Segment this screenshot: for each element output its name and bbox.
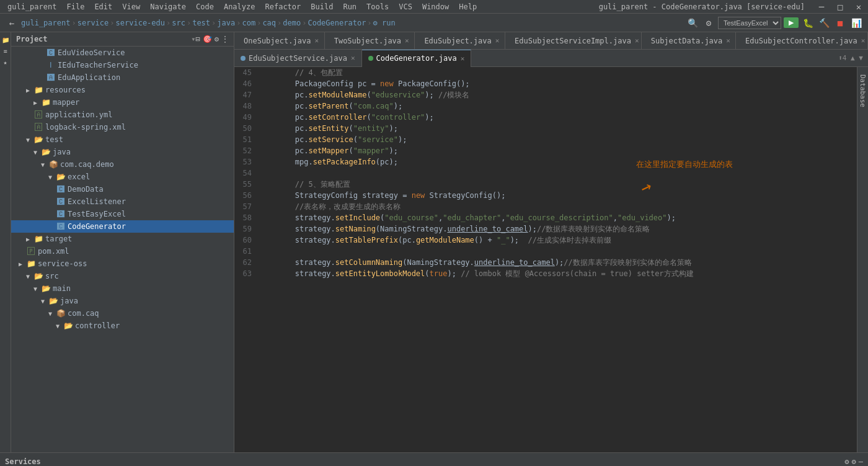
breadcrumb-codegen[interactable]: CodeGenerator bbox=[308, 19, 366, 27]
breadcrumb-test[interactable]: test bbox=[192, 19, 210, 27]
code-line: 60 strategy.setTablePrefix(pc.getModuleN… bbox=[234, 235, 857, 246]
services-settings-icon[interactable]: ⚙ bbox=[844, 457, 849, 466]
tree-item[interactable]: 🅲 ExcelListener bbox=[11, 195, 234, 208]
menu-analyze[interactable]: Analyze bbox=[219, 1, 260, 12]
folder-icon: 📂 bbox=[33, 272, 43, 280]
tab-edu-subject-service[interactable]: EduSubjectService.java ✕ bbox=[234, 50, 362, 67]
tab-edu-subject-service-impl[interactable]: EduSubjectServiceImpl.java ✕ bbox=[505, 32, 642, 50]
tree-item-label: target bbox=[45, 235, 72, 243]
editor-area: OneSubject.java ✕ TwoSubject.java ✕ EduS… bbox=[234, 32, 868, 452]
breadcrumb-caq[interactable]: caq bbox=[262, 19, 276, 27]
java-file-icon: Ⅰ bbox=[46, 61, 56, 69]
tab-label: EduSubjectService.java bbox=[249, 54, 347, 63]
tab-close-icon[interactable]: ✕ bbox=[495, 37, 500, 45]
breadcrumb-guli-parent[interactable]: guli_parent bbox=[21, 19, 70, 27]
menu-view[interactable]: View bbox=[117, 1, 145, 12]
breadcrumb-demo[interactable]: demo bbox=[283, 19, 301, 27]
tab-two-subject[interactable]: TwoSubject.java ✕ bbox=[325, 32, 415, 50]
menu-edit[interactable]: Edit bbox=[89, 1, 117, 12]
menu-guli-parent[interactable]: guli_parent bbox=[2, 1, 61, 12]
maximize-button[interactable]: □ bbox=[833, 0, 847, 14]
tab-close-icon[interactable]: ✕ bbox=[461, 55, 465, 63]
menu-code[interactable]: Code bbox=[191, 1, 219, 12]
menu-help[interactable]: Help bbox=[454, 1, 482, 12]
tree-item[interactable]: ▼ 📂 test bbox=[11, 133, 234, 146]
database-panel-label[interactable]: Database bbox=[857, 72, 868, 110]
stop-icon[interactable]: ■ bbox=[833, 16, 847, 30]
package-icon: 📦 bbox=[56, 309, 66, 318]
tree-item[interactable]: ▶ 📁 resources bbox=[11, 84, 234, 96]
right-sidebar: Database bbox=[857, 67, 868, 452]
breadcrumb-service-edu[interactable]: service-edu bbox=[116, 19, 165, 27]
code-view[interactable]: 在这里指定要自动生成的表 ↗ 45 // 4、包配置 46 PackageCon… bbox=[234, 67, 857, 452]
structure-icon[interactable]: ≡ bbox=[1, 46, 11, 56]
menu-file[interactable]: File bbox=[61, 1, 89, 12]
tree-item[interactable]: ▼ 📂 java bbox=[11, 295, 234, 307]
debug-icon[interactable]: 🐛 bbox=[801, 16, 815, 30]
gear-icon[interactable]: ⋮ bbox=[221, 35, 229, 43]
breadcrumb-java[interactable]: java bbox=[217, 19, 235, 27]
tree-item[interactable]: ▼ 📂 excel bbox=[11, 171, 234, 183]
menu-window[interactable]: Window bbox=[417, 1, 454, 12]
tree-item[interactable]: ▼ 📂 controller bbox=[11, 320, 234, 332]
settings-icon[interactable]: ⚙ bbox=[215, 35, 219, 43]
tree-item[interactable]: 🅰 EduApplication bbox=[11, 71, 234, 84]
tab-close-icon[interactable]: ✕ bbox=[405, 37, 409, 45]
tab-close-icon[interactable]: ✕ bbox=[351, 54, 355, 62]
tree-item[interactable]: ▼ 📂 java bbox=[11, 146, 234, 158]
tree-item[interactable]: Ⅰ IEduTeacherService bbox=[11, 59, 234, 71]
tab-close-icon[interactable]: ✕ bbox=[314, 37, 319, 45]
tree-item-selected[interactable]: 🅲 CodeGenerator bbox=[11, 220, 234, 233]
menu-build[interactable]: Build bbox=[306, 1, 338, 12]
tree-item[interactable]: ▶ 📁 target bbox=[11, 233, 234, 245]
tree-item[interactable]: 🅲 TestEasyExcel bbox=[11, 208, 234, 220]
tree-item[interactable]: ▶ 📁 service-oss bbox=[11, 258, 234, 270]
search-icon[interactable]: 🔍 bbox=[686, 16, 699, 30]
tab-close-icon[interactable]: ✕ bbox=[861, 37, 866, 45]
java-file-icon: 🅲 bbox=[56, 185, 66, 194]
tab-one-subject[interactable]: OneSubject.java ✕ bbox=[234, 32, 325, 50]
menu-vcs[interactable]: VCS bbox=[394, 1, 417, 12]
scroll-to-source-icon[interactable]: 🎯 bbox=[203, 35, 212, 43]
services-minimize-icon[interactable]: — bbox=[859, 457, 863, 466]
tree-item[interactable]: 🄰 application.yml bbox=[11, 109, 234, 121]
run-button[interactable]: ▶ bbox=[784, 17, 799, 28]
breadcrumb-service[interactable]: service bbox=[78, 19, 109, 27]
breadcrumb-src[interactable]: src bbox=[172, 19, 185, 27]
tree-item[interactable]: 🅲 EduVideoService bbox=[11, 47, 234, 59]
tree-item[interactable]: ▶ 📁 mapper bbox=[11, 96, 234, 109]
collapse-all-icon[interactable]: ⊟ bbox=[196, 35, 200, 43]
menu-run[interactable]: Run bbox=[338, 1, 361, 12]
tab-close-icon[interactable]: ✕ bbox=[726, 37, 730, 45]
folder-icon: 📂 bbox=[41, 284, 51, 293]
minimize-button[interactable]: ─ bbox=[815, 0, 828, 14]
tree-item[interactable]: 🄿 pom.xml bbox=[11, 245, 234, 258]
tree-item[interactable]: ▼ 📂 src bbox=[11, 270, 234, 282]
menu-navigate[interactable]: Navigate bbox=[145, 1, 191, 12]
close-button[interactable]: ✕ bbox=[852, 0, 866, 14]
tab-edu-subject[interactable]: EduSubject.java ✕ bbox=[415, 32, 505, 50]
tab-edu-subject-controller[interactable]: EduSubjectController.java ✕ bbox=[736, 32, 868, 50]
build-icon[interactable]: 🔨 bbox=[817, 16, 831, 30]
tab-subject-data[interactable]: SubjectData.java ✕ bbox=[642, 32, 736, 50]
menu-tools[interactable]: Tools bbox=[361, 1, 394, 12]
favorites-icon[interactable]: ★ bbox=[1, 57, 11, 67]
run-config-select[interactable]: TestEasyExcel bbox=[718, 17, 781, 29]
back-icon[interactable]: ← bbox=[5, 16, 19, 30]
tree-item[interactable]: ▼ 📦 com.caq.demo bbox=[11, 158, 234, 171]
tab-close-icon[interactable]: ✕ bbox=[635, 37, 639, 45]
tree-item[interactable]: ▼ 📂 main bbox=[11, 282, 234, 295]
services-gear-icon[interactable]: ⚙ bbox=[852, 457, 856, 466]
tree-item[interactable]: 🅲 DemoData bbox=[11, 183, 234, 195]
tree-item[interactable]: 🄰 logback-spring.xml bbox=[11, 121, 234, 133]
settings-icon[interactable]: ⚙ bbox=[702, 16, 715, 30]
breadcrumb-com[interactable]: com bbox=[242, 19, 255, 27]
project-icon[interactable]: 📁 bbox=[1, 35, 11, 45]
tab-code-generator[interactable]: CodeGenerator.java ✕ bbox=[362, 50, 472, 67]
tree-item-label: TestEasyExcel bbox=[68, 210, 126, 218]
menu-refactor[interactable]: Refactor bbox=[260, 1, 306, 12]
tree-item-label: service-oss bbox=[38, 259, 87, 268]
tree-item[interactable]: ▼ 📦 com.caq bbox=[11, 307, 234, 320]
profile-icon[interactable]: 📊 bbox=[849, 16, 863, 30]
breadcrumb-run[interactable]: ⚙ run bbox=[373, 19, 396, 27]
